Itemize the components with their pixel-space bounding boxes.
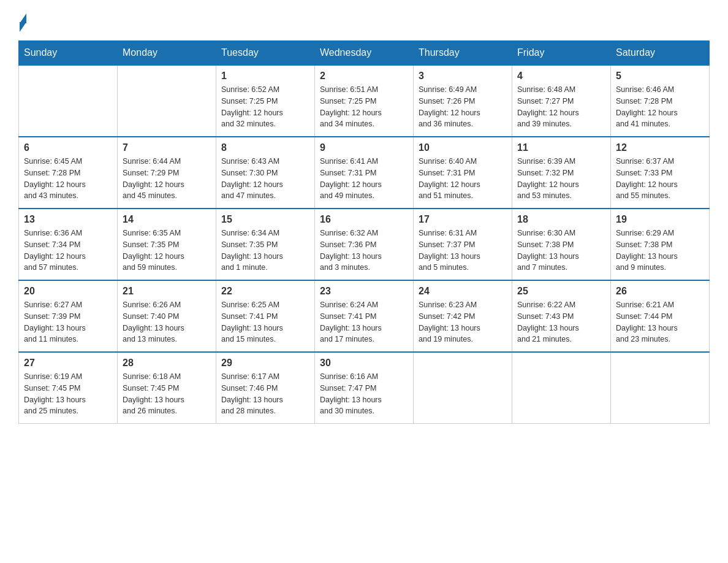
calendar-cell	[19, 65, 118, 137]
day-info: Sunrise: 6:44 AM Sunset: 7:29 PM Dayligh…	[123, 156, 211, 202]
day-info: Sunrise: 6:41 AM Sunset: 7:31 PM Dayligh…	[320, 156, 408, 202]
day-number: 4	[517, 71, 605, 82]
day-number: 16	[320, 214, 408, 225]
day-number: 25	[517, 286, 605, 297]
day-info: Sunrise: 6:49 AM Sunset: 7:26 PM Dayligh…	[419, 84, 507, 130]
day-number: 7	[123, 142, 211, 153]
day-number: 12	[616, 142, 704, 153]
day-info: Sunrise: 6:19 AM Sunset: 7:45 PM Dayligh…	[24, 371, 112, 417]
calendar-cell: 13Sunrise: 6:36 AM Sunset: 7:34 PM Dayli…	[19, 209, 118, 280]
calendar-cell: 23Sunrise: 6:24 AM Sunset: 7:41 PM Dayli…	[315, 280, 414, 352]
day-info: Sunrise: 6:25 AM Sunset: 7:41 PM Dayligh…	[221, 299, 309, 345]
calendar-cell: 2Sunrise: 6:51 AM Sunset: 7:25 PM Daylig…	[315, 65, 414, 137]
day-number: 1	[221, 71, 309, 82]
day-number: 5	[616, 71, 704, 82]
calendar-cell: 25Sunrise: 6:22 AM Sunset: 7:43 PM Dayli…	[512, 280, 611, 352]
weekday-header-friday: Friday	[512, 41, 611, 66]
calendar-cell: 30Sunrise: 6:16 AM Sunset: 7:47 PM Dayli…	[315, 352, 414, 424]
day-number: 9	[320, 142, 408, 153]
weekday-header-thursday: Thursday	[414, 41, 512, 66]
logo	[18, 12, 26, 28]
day-number: 14	[123, 214, 211, 225]
day-info: Sunrise: 6:26 AM Sunset: 7:40 PM Dayligh…	[123, 299, 211, 345]
day-info: Sunrise: 6:43 AM Sunset: 7:30 PM Dayligh…	[221, 156, 309, 202]
weekday-header-tuesday: Tuesday	[216, 41, 315, 66]
calendar-cell: 14Sunrise: 6:35 AM Sunset: 7:35 PM Dayli…	[118, 209, 216, 280]
week-row-3: 13Sunrise: 6:36 AM Sunset: 7:34 PM Dayli…	[19, 209, 710, 280]
calendar-cell: 1Sunrise: 6:52 AM Sunset: 7:25 PM Daylig…	[216, 65, 315, 137]
day-info: Sunrise: 6:29 AM Sunset: 7:38 PM Dayligh…	[616, 228, 704, 274]
weekday-header-sunday: Sunday	[19, 41, 118, 66]
calendar-cell: 20Sunrise: 6:27 AM Sunset: 7:39 PM Dayli…	[19, 280, 118, 352]
day-info: Sunrise: 6:32 AM Sunset: 7:36 PM Dayligh…	[320, 228, 408, 274]
weekday-header-saturday: Saturday	[611, 41, 710, 66]
calendar-cell: 7Sunrise: 6:44 AM Sunset: 7:29 PM Daylig…	[118, 137, 216, 209]
day-info: Sunrise: 6:46 AM Sunset: 7:28 PM Dayligh…	[616, 84, 704, 130]
week-row-1: 1Sunrise: 6:52 AM Sunset: 7:25 PM Daylig…	[19, 65, 710, 137]
day-number: 3	[419, 71, 507, 82]
day-info: Sunrise: 6:45 AM Sunset: 7:28 PM Dayligh…	[24, 156, 112, 202]
day-info: Sunrise: 6:39 AM Sunset: 7:32 PM Dayligh…	[517, 156, 605, 202]
calendar-cell: 8Sunrise: 6:43 AM Sunset: 7:30 PM Daylig…	[216, 137, 315, 209]
calendar-cell: 24Sunrise: 6:23 AM Sunset: 7:42 PM Dayli…	[414, 280, 512, 352]
calendar-cell	[512, 352, 611, 424]
day-number: 11	[517, 142, 605, 153]
calendar-cell: 10Sunrise: 6:40 AM Sunset: 7:31 PM Dayli…	[414, 137, 512, 209]
day-info: Sunrise: 6:37 AM Sunset: 7:33 PM Dayligh…	[616, 156, 704, 202]
day-info: Sunrise: 6:52 AM Sunset: 7:25 PM Dayligh…	[221, 84, 309, 130]
calendar-cell: 3Sunrise: 6:49 AM Sunset: 7:26 PM Daylig…	[414, 65, 512, 137]
day-info: Sunrise: 6:21 AM Sunset: 7:44 PM Dayligh…	[616, 299, 704, 345]
day-number: 10	[419, 142, 507, 153]
page-header	[18, 12, 710, 28]
day-number: 30	[320, 358, 408, 369]
calendar-cell: 17Sunrise: 6:31 AM Sunset: 7:37 PM Dayli…	[414, 209, 512, 280]
week-row-2: 6Sunrise: 6:45 AM Sunset: 7:28 PM Daylig…	[19, 137, 710, 209]
day-number: 6	[24, 142, 112, 153]
calendar-cell: 16Sunrise: 6:32 AM Sunset: 7:36 PM Dayli…	[315, 209, 414, 280]
calendar-cell	[414, 352, 512, 424]
day-info: Sunrise: 6:18 AM Sunset: 7:45 PM Dayligh…	[123, 371, 211, 417]
day-info: Sunrise: 6:51 AM Sunset: 7:25 PM Dayligh…	[320, 84, 408, 130]
day-number: 8	[221, 142, 309, 153]
day-number: 26	[616, 286, 704, 297]
day-info: Sunrise: 6:36 AM Sunset: 7:34 PM Dayligh…	[24, 228, 112, 274]
weekday-header-wednesday: Wednesday	[315, 41, 414, 66]
day-info: Sunrise: 6:16 AM Sunset: 7:47 PM Dayligh…	[320, 371, 408, 417]
day-number: 24	[419, 286, 507, 297]
calendar-table: SundayMondayTuesdayWednesdayThursdayFrid…	[18, 40, 710, 424]
calendar-cell: 12Sunrise: 6:37 AM Sunset: 7:33 PM Dayli…	[611, 137, 710, 209]
day-info: Sunrise: 6:27 AM Sunset: 7:39 PM Dayligh…	[24, 299, 112, 345]
calendar-cell: 15Sunrise: 6:34 AM Sunset: 7:35 PM Dayli…	[216, 209, 315, 280]
day-info: Sunrise: 6:48 AM Sunset: 7:27 PM Dayligh…	[517, 84, 605, 130]
calendar-cell: 22Sunrise: 6:25 AM Sunset: 7:41 PM Dayli…	[216, 280, 315, 352]
day-info: Sunrise: 6:40 AM Sunset: 7:31 PM Dayligh…	[419, 156, 507, 202]
week-row-4: 20Sunrise: 6:27 AM Sunset: 7:39 PM Dayli…	[19, 280, 710, 352]
day-number: 18	[517, 214, 605, 225]
day-number: 15	[221, 214, 309, 225]
day-info: Sunrise: 6:35 AM Sunset: 7:35 PM Dayligh…	[123, 228, 211, 274]
day-number: 23	[320, 286, 408, 297]
calendar-cell: 6Sunrise: 6:45 AM Sunset: 7:28 PM Daylig…	[19, 137, 118, 209]
weekday-header-monday: Monday	[118, 41, 216, 66]
week-row-5: 27Sunrise: 6:19 AM Sunset: 7:45 PM Dayli…	[19, 352, 710, 424]
day-info: Sunrise: 6:24 AM Sunset: 7:41 PM Dayligh…	[320, 299, 408, 345]
day-number: 2	[320, 71, 408, 82]
calendar-cell	[118, 65, 216, 137]
calendar-cell	[611, 352, 710, 424]
day-number: 17	[419, 214, 507, 225]
calendar-cell: 11Sunrise: 6:39 AM Sunset: 7:32 PM Dayli…	[512, 137, 611, 209]
calendar-cell: 18Sunrise: 6:30 AM Sunset: 7:38 PM Dayli…	[512, 209, 611, 280]
day-info: Sunrise: 6:17 AM Sunset: 7:46 PM Dayligh…	[221, 371, 309, 417]
calendar-cell: 27Sunrise: 6:19 AM Sunset: 7:45 PM Dayli…	[19, 352, 118, 424]
day-info: Sunrise: 6:31 AM Sunset: 7:37 PM Dayligh…	[419, 228, 507, 274]
calendar-cell: 21Sunrise: 6:26 AM Sunset: 7:40 PM Dayli…	[118, 280, 216, 352]
day-info: Sunrise: 6:22 AM Sunset: 7:43 PM Dayligh…	[517, 299, 605, 345]
weekday-header-row: SundayMondayTuesdayWednesdayThursdayFrid…	[19, 41, 710, 66]
day-number: 29	[221, 358, 309, 369]
day-number: 20	[24, 286, 112, 297]
day-number: 28	[123, 358, 211, 369]
day-number: 22	[221, 286, 309, 297]
calendar-cell: 4Sunrise: 6:48 AM Sunset: 7:27 PM Daylig…	[512, 65, 611, 137]
calendar-cell: 26Sunrise: 6:21 AM Sunset: 7:44 PM Dayli…	[611, 280, 710, 352]
calendar-cell: 28Sunrise: 6:18 AM Sunset: 7:45 PM Dayli…	[118, 352, 216, 424]
